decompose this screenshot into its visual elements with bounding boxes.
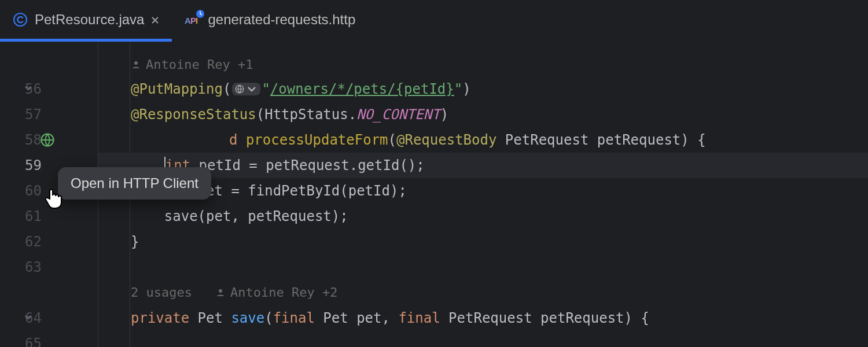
method-name: processUpdateForm xyxy=(246,127,388,153)
tab-petresource[interactable]: PetResource.java xyxy=(0,0,172,42)
url-mapping-gutter-icon[interactable] xyxy=(232,83,260,95)
author-label: Antoine Rey +1 xyxy=(146,52,253,77)
line-number: 63 xyxy=(0,259,42,275)
line-number: 57 xyxy=(0,106,42,123)
annotation: @ResponseStatus xyxy=(131,102,256,127)
line-number: 61 xyxy=(0,208,42,224)
author-inlay[interactable]: Antoine Rey +1 xyxy=(131,52,868,77)
class-icon xyxy=(13,12,28,27)
svg-point-8 xyxy=(219,289,222,293)
line-number: 59 xyxy=(0,157,42,174)
method-name: save xyxy=(231,305,264,331)
usages-author-inlay[interactable]: 2 usages Antoine Rey +2 xyxy=(131,280,868,305)
line-number: 62 xyxy=(0,234,42,250)
line-number: 56 xyxy=(0,81,42,97)
usages-label: 2 usages xyxy=(131,280,192,305)
tab-label: PetResource.java xyxy=(35,12,144,28)
fold-arrow-icon[interactable] xyxy=(23,312,34,324)
author-label: Antoine Rey +2 xyxy=(230,280,337,305)
line-number: 60 xyxy=(0,183,42,199)
fold-arrow-icon[interactable] xyxy=(23,83,34,95)
tab-label: generated-requests.http xyxy=(208,12,355,28)
editor-tabs: PetResource.java A P I generated-request… xyxy=(0,0,868,42)
svg-point-6 xyxy=(134,61,138,65)
close-icon[interactable] xyxy=(151,12,159,28)
gutter-tooltip: Open in HTTP Client xyxy=(58,167,211,200)
annotation: @PutMapping xyxy=(131,76,223,102)
svg-point-0 xyxy=(14,13,27,26)
tab-generated-requests[interactable]: A P I generated-requests.http xyxy=(172,0,368,42)
line-number: 58 xyxy=(0,132,42,148)
http-run-gutter-icon[interactable] xyxy=(41,133,54,147)
line-number: 65 xyxy=(0,335,42,347)
url-path[interactable]: /owners/*/pets/{petId} xyxy=(270,76,454,102)
api-icon: A P I xyxy=(185,12,201,27)
code-area[interactable]: Antoine Rey +1 @PutMapping("/owners/*/pe… xyxy=(98,42,868,347)
line-number: 64 xyxy=(0,310,42,326)
code-editor: 56 57 58 59 60 61 62 63 64 65 xyxy=(0,42,868,347)
